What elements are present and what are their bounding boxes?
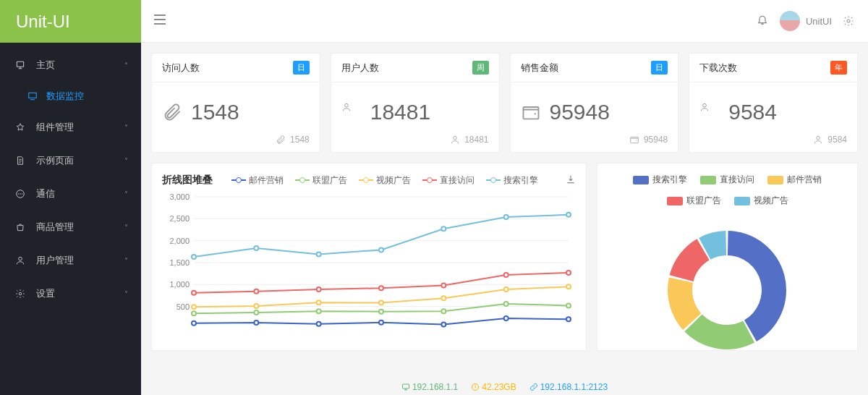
avatar[interactable]	[780, 11, 800, 31]
svg-rect-11	[523, 107, 538, 119]
svg-point-34	[192, 311, 196, 315]
svg-point-35	[254, 310, 258, 315]
bell-icon[interactable]	[757, 14, 768, 28]
footer-ip: 192.168.1.1	[401, 382, 458, 392]
stat-card-1: 用户人数 周 18481 18481	[331, 53, 500, 153]
nav-label: 通信	[36, 187, 55, 200]
svg-point-59	[441, 226, 446, 231]
svg-point-33	[566, 317, 571, 321]
main: UnitUI 访问人数 日 1548 1548 用户人数 周 18481	[141, 0, 868, 395]
stat-badge: 年	[830, 61, 847, 75]
stat-title: 销售金额	[521, 61, 558, 75]
donut-legend-item[interactable]: 联盟广告	[667, 195, 721, 207]
nav-sub-0-0[interactable]: 数据监控	[0, 82, 141, 111]
svg-rect-1	[29, 93, 37, 98]
username[interactable]: UnitUI	[806, 16, 832, 27]
content: 访问人数 日 1548 1548 用户人数 周 18481 18481 销售金额…	[141, 43, 868, 395]
svg-point-42	[254, 304, 258, 308]
donut-legend-item[interactable]: 直接访问	[700, 174, 754, 186]
charts-row: 折线图堆叠 邮件营销联盟广告视频广告直接访问搜索引擎 5001,0001,500…	[151, 163, 858, 351]
nav-item-3[interactable]: 通信˅	[0, 177, 141, 211]
svg-point-13	[703, 103, 707, 107]
chevron-down-icon: ˅	[124, 157, 128, 165]
nav-item-6[interactable]: 设置˅	[0, 277, 141, 310]
svg-rect-0	[17, 61, 23, 67]
nav-item-4[interactable]: 商品管理˅	[0, 211, 141, 244]
stat-value: 18481	[370, 100, 430, 124]
chevron-down-icon: ˅	[124, 290, 128, 298]
stat-value: 9584	[728, 100, 777, 124]
svg-point-8	[847, 20, 850, 22]
svg-point-10	[454, 136, 457, 140]
donut-legend-item[interactable]: 搜索引擎	[633, 174, 687, 186]
stat-value: 1548	[191, 100, 239, 124]
svg-text:500: 500	[176, 302, 190, 311]
download-icon[interactable]	[566, 174, 576, 187]
donut-chart-card: 搜索引擎直接访问邮件营销联盟广告视频广告	[597, 163, 858, 351]
legend-item[interactable]: 联盟广告	[295, 174, 347, 187]
svg-point-38	[441, 309, 446, 313]
line-chart-card: 折线图堆叠 邮件营销联盟广告视频广告直接访问搜索引擎 5001,0001,500…	[151, 163, 587, 351]
doc-icon	[14, 156, 26, 166]
svg-point-39	[504, 302, 509, 306]
svg-point-7	[19, 292, 22, 295]
nav-item-1[interactable]: 组件管理˅	[0, 111, 141, 144]
svg-point-29	[317, 322, 321, 326]
donut-legend-item[interactable]: 邮件营销	[767, 174, 822, 186]
stat-badge: 日	[651, 61, 668, 75]
svg-point-36	[317, 309, 321, 313]
svg-point-6	[19, 257, 22, 260]
menu-toggle-icon[interactable]	[154, 14, 166, 27]
stat-card-2: 销售金额 日 95948 95948	[510, 53, 679, 153]
logo[interactable]: Unit-UI	[0, 0, 141, 43]
svg-point-44	[379, 301, 383, 305]
nav-label: 主页	[36, 59, 55, 72]
nav-item-5[interactable]: 用户管理˅	[0, 244, 141, 277]
svg-point-56	[254, 246, 258, 250]
svg-point-46	[504, 287, 509, 292]
nav-label: 商品管理	[36, 221, 74, 234]
stat-value: 95948	[550, 100, 610, 124]
legend-item[interactable]: 视频广告	[359, 174, 411, 187]
svg-text:3,000: 3,000	[169, 192, 190, 201]
svg-point-40	[566, 303, 571, 307]
gear-icon[interactable]	[842, 14, 855, 27]
nav-label: 组件管理	[36, 121, 74, 134]
svg-point-60	[504, 215, 509, 219]
svg-point-54	[566, 271, 571, 275]
nav-item-2[interactable]: 示例页面˅	[0, 144, 141, 177]
svg-text:2,500: 2,500	[169, 214, 190, 223]
nav: 主页˄数据监控组件管理˅示例页面˅通信˅商品管理˅用户管理˅设置˅	[0, 43, 141, 395]
line-chart: 5001,0001,5002,0002,5003,000	[162, 187, 576, 346]
stats-row: 访问人数 日 1548 1548 用户人数 周 18481 18481 销售金额…	[151, 53, 858, 153]
stat-card-0: 访问人数 日 1548 1548	[151, 53, 320, 153]
stat-card-3: 下载次数 年 9584 9584	[689, 53, 858, 153]
nav-item-0[interactable]: 主页˄	[0, 48, 141, 82]
svg-point-55	[192, 255, 196, 259]
svg-point-43	[317, 300, 321, 305]
svg-text:2,000: 2,000	[169, 237, 190, 245]
chevron-down-icon: ˅	[124, 124, 128, 132]
svg-point-30	[379, 320, 383, 325]
legend-item[interactable]: 搜索引擎	[486, 174, 538, 187]
svg-point-53	[504, 273, 509, 277]
svg-point-28	[254, 320, 258, 325]
stat-title: 下载次数	[699, 61, 737, 75]
wallet-icon	[521, 102, 541, 122]
clip-icon	[162, 102, 182, 122]
svg-point-57	[317, 252, 321, 256]
stat-badge: 周	[472, 61, 489, 75]
star-icon	[14, 122, 26, 132]
svg-point-31	[441, 323, 446, 327]
footer-disk: 42.23GB	[471, 382, 516, 392]
svg-rect-12	[631, 137, 639, 143]
footer-addr: 192.168.1.1:2123	[529, 382, 608, 392]
legend-item[interactable]: 邮件营销	[231, 174, 284, 187]
stat-sub: 1548	[162, 135, 310, 145]
legend-item[interactable]: 直接访问	[422, 174, 475, 187]
svg-point-52	[441, 284, 446, 288]
svg-point-5	[22, 194, 22, 195]
nav-sub-label: 数据监控	[46, 90, 84, 103]
nav-label: 用户管理	[36, 254, 74, 267]
donut-legend-item[interactable]: 视频广告	[734, 195, 788, 207]
